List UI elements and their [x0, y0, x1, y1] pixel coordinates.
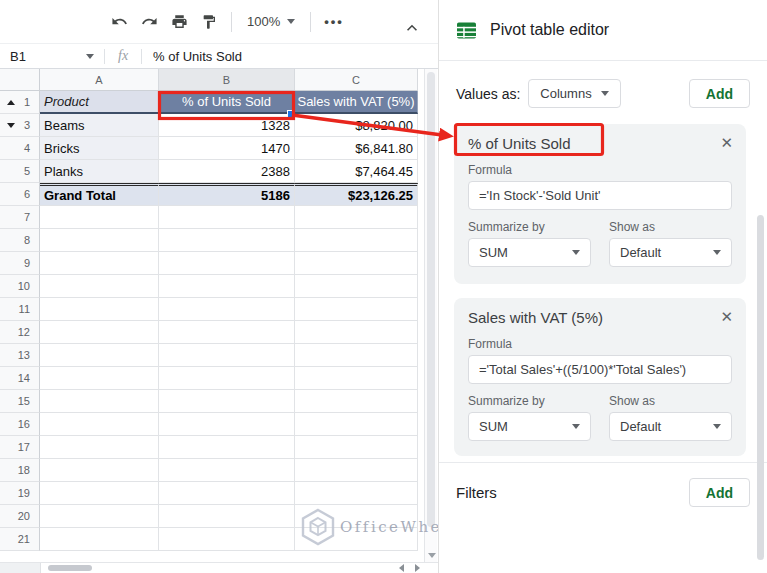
close-icon[interactable]: ✕ [720, 135, 733, 150]
empty-cell[interactable] [295, 298, 418, 321]
row-header-15[interactable]: 15 [0, 390, 40, 413]
empty-cell[interactable] [40, 505, 159, 528]
empty-cell[interactable] [159, 344, 295, 367]
row-header-9[interactable]: 9 [0, 252, 40, 275]
empty-cell[interactable] [295, 321, 418, 344]
empty-cell[interactable] [40, 436, 159, 459]
cell-B1[interactable]: % of Units Sold [159, 91, 295, 114]
column-header-B[interactable]: B [159, 69, 295, 91]
scroll-down-icon[interactable] [428, 553, 436, 558]
row-header-18[interactable]: 18 [0, 459, 40, 482]
row-header-1[interactable]: 1 [0, 91, 40, 114]
scroll-left-icon[interactable] [399, 564, 404, 572]
empty-cell[interactable] [159, 321, 295, 344]
empty-cell[interactable] [295, 459, 418, 482]
row-header-20[interactable]: 20 [0, 505, 40, 528]
cell-A3[interactable]: Beams [40, 114, 159, 137]
cell-A5[interactable]: Planks [40, 160, 159, 183]
more-options-button[interactable]: ••• [318, 14, 350, 29]
empty-cell[interactable] [40, 321, 159, 344]
empty-cell[interactable] [159, 275, 295, 298]
empty-cell[interactable] [40, 344, 159, 367]
row-header-17[interactable]: 17 [0, 436, 40, 459]
empty-cell[interactable] [40, 528, 159, 551]
panel-scrollbar-thumb[interactable] [757, 215, 764, 560]
empty-cell[interactable] [40, 298, 159, 321]
row-header-8[interactable]: 8 [0, 229, 40, 252]
cell-C3[interactable]: $8,820.00 [295, 114, 418, 137]
empty-cell[interactable] [295, 436, 418, 459]
empty-cell[interactable] [159, 413, 295, 436]
empty-cell[interactable] [295, 413, 418, 436]
empty-cell[interactable] [40, 482, 159, 505]
row-header-5[interactable]: 5 [0, 160, 40, 183]
cell-B3[interactable]: 1328 [159, 114, 295, 137]
values-as-select[interactable]: Columns [528, 79, 620, 108]
empty-cell[interactable] [159, 482, 295, 505]
show-as-select[interactable]: Default [609, 412, 732, 441]
cell-A6[interactable]: Grand Total [40, 183, 159, 206]
row-header-13[interactable]: 13 [0, 344, 40, 367]
select-all-corner[interactable] [0, 69, 40, 91]
empty-cell[interactable] [295, 229, 418, 252]
empty-cell[interactable] [159, 298, 295, 321]
zoom-control[interactable]: 100% [239, 14, 303, 29]
row-header-3[interactable]: 3 [0, 114, 40, 137]
formula-input[interactable]: % of Units Sold [142, 49, 242, 64]
cell-C6[interactable]: $23,126.25 [295, 183, 418, 206]
row-header-21[interactable]: 21 [0, 528, 40, 551]
group-expand-icon[interactable] [7, 123, 15, 128]
column-header-A[interactable]: A [40, 69, 159, 91]
empty-cell[interactable] [159, 528, 295, 551]
cell-A1[interactable]: Product [40, 91, 159, 114]
cell-B6[interactable]: 5186 [159, 183, 295, 206]
empty-cell[interactable] [159, 229, 295, 252]
empty-cell[interactable] [40, 413, 159, 436]
row-header-12[interactable]: 12 [0, 321, 40, 344]
empty-cell[interactable] [159, 505, 295, 528]
print-button[interactable] [164, 7, 194, 37]
empty-cell[interactable] [40, 390, 159, 413]
row-header-10[interactable]: 10 [0, 275, 40, 298]
grid-vertical-scrollbar-thumb[interactable] [427, 72, 435, 527]
empty-cell[interactable] [40, 367, 159, 390]
add-values-button[interactable]: Add [689, 79, 750, 108]
redo-button[interactable] [134, 7, 164, 37]
empty-cell[interactable] [295, 344, 418, 367]
empty-cell[interactable] [295, 390, 418, 413]
scroll-right-icon[interactable] [415, 564, 420, 572]
cell-C1[interactable]: Sales with VAT (5%) [295, 91, 418, 114]
row-header-4[interactable]: 4 [0, 137, 40, 160]
add-filter-button[interactable]: Add [689, 478, 750, 507]
undo-button[interactable] [104, 7, 134, 37]
row-header-7[interactable]: 7 [0, 206, 40, 229]
column-header-C[interactable]: C [295, 69, 418, 91]
empty-cell[interactable] [40, 252, 159, 275]
row-header-16[interactable]: 16 [0, 413, 40, 436]
empty-cell[interactable] [40, 229, 159, 252]
empty-cell[interactable] [295, 482, 418, 505]
empty-cell[interactable] [40, 459, 159, 482]
collapse-toolbar-button[interactable] [397, 13, 427, 43]
show-as-select[interactable]: Default [609, 238, 732, 267]
empty-cell[interactable] [159, 459, 295, 482]
empty-cell[interactable] [159, 206, 295, 229]
grid-horizontal-scrollbar[interactable] [0, 562, 438, 573]
row-header-19[interactable]: 19 [0, 482, 40, 505]
group-collapse-icon[interactable] [7, 100, 15, 105]
fill-handle[interactable] [287, 110, 295, 118]
empty-cell[interactable] [40, 275, 159, 298]
cell-A4[interactable]: Bricks [40, 137, 159, 160]
name-box[interactable]: B1 [0, 49, 104, 64]
paint-format-button[interactable] [194, 7, 224, 37]
row-header-11[interactable]: 11 [0, 298, 40, 321]
summarize-by-select[interactable]: SUM [468, 412, 591, 441]
grid-horizontal-scrollbar-thumb[interactable] [48, 565, 92, 571]
empty-cell[interactable] [295, 252, 418, 275]
row-header-6[interactable]: 6 [0, 183, 40, 206]
empty-cell[interactable] [40, 206, 159, 229]
empty-cell[interactable] [295, 275, 418, 298]
cell-B5[interactable]: 2388 [159, 160, 295, 183]
empty-cell[interactable] [159, 367, 295, 390]
cell-B4[interactable]: 1470 [159, 137, 295, 160]
